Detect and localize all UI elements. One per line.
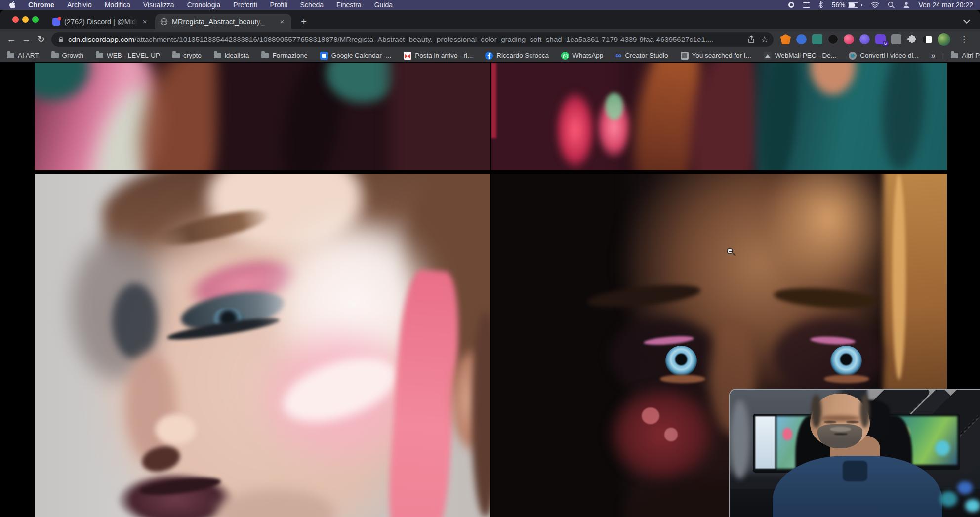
bookmark-whatsapp[interactable]: WhatsApp bbox=[561, 52, 603, 60]
menu-item-finestra[interactable]: Finestra bbox=[336, 1, 362, 9]
google-calendar-icon bbox=[320, 52, 328, 60]
black-circle-extension-icon[interactable] bbox=[828, 34, 838, 44]
tab-close-icon[interactable]: × bbox=[278, 17, 286, 26]
user-switch-icon[interactable] bbox=[903, 1, 910, 8]
facebook-icon bbox=[485, 52, 493, 60]
tab-search-chevron-icon[interactable] bbox=[964, 18, 969, 23]
window-close-button[interactable] bbox=[12, 16, 19, 23]
extension-badge: 6 bbox=[883, 41, 888, 46]
folder-icon bbox=[7, 53, 14, 58]
menu-item-preferiti[interactable]: Preferiti bbox=[233, 1, 257, 9]
site-icon bbox=[849, 52, 857, 60]
globe-icon bbox=[160, 18, 168, 26]
blue-extension-icon[interactable] bbox=[796, 34, 807, 44]
webcam-overlay bbox=[729, 389, 980, 517]
bookmark-idealista[interactable]: idealista bbox=[214, 52, 249, 59]
whatsapp-icon bbox=[561, 52, 569, 60]
bookmark-creator-studio[interactable]: ∞Creator Studio bbox=[615, 52, 668, 60]
purple-extension-icon[interactable] bbox=[859, 34, 870, 44]
folder-icon bbox=[261, 53, 269, 58]
menu-item-visualizza[interactable]: Visualizza bbox=[143, 1, 174, 9]
bookmark-label: crypto bbox=[183, 52, 202, 59]
tab-discord[interactable]: (2762) Discord | @Midjourney × bbox=[47, 14, 153, 29]
bookmark-facebook[interactable]: Riccardo Scrocca bbox=[485, 52, 549, 60]
bookmark-growth[interactable]: Growth bbox=[51, 52, 84, 59]
bluetooth-icon[interactable] bbox=[818, 1, 823, 8]
bookmark-formazione[interactable]: Formazione bbox=[261, 52, 307, 59]
share-icon[interactable] bbox=[748, 35, 755, 43]
reload-button[interactable]: ↻ bbox=[34, 32, 48, 47]
menu-item-guida[interactable]: Guida bbox=[374, 1, 393, 9]
other-bookmarks-folder[interactable]: Altri Preferiti bbox=[951, 52, 980, 59]
bookmark-label: Riccardo Scrocca bbox=[496, 52, 549, 59]
battery-indicator[interactable]: 56% bbox=[831, 1, 862, 9]
bookmark-ai-art[interactable]: AI ART bbox=[7, 52, 39, 59]
menu-item-chrome[interactable]: Chrome bbox=[28, 1, 54, 9]
macos-menu-bar: Chrome Archivio Modifica Visualizza Cron… bbox=[0, 0, 980, 10]
extensions-row: 6 ⋮ bbox=[780, 33, 974, 46]
bookmark-crypto[interactable]: crypto bbox=[172, 52, 202, 59]
bookmark-label: Creator Studio bbox=[625, 52, 668, 59]
chrome-menu-kebab-icon[interactable]: ⋮ bbox=[956, 34, 974, 44]
menu-item-cronologia[interactable]: Cronologia bbox=[187, 1, 221, 9]
bookmark-you-searched[interactable]: You searched for I... bbox=[681, 52, 751, 60]
bookmark-star-icon[interactable]: ☆ bbox=[761, 34, 769, 45]
search-icon[interactable] bbox=[888, 1, 895, 8]
divider: | bbox=[942, 52, 944, 59]
bookmark-label: WhatsApp bbox=[572, 52, 603, 59]
address-bar[interactable]: cdn.discordapp.com/attachments/101351233… bbox=[51, 32, 774, 47]
lock-icon[interactable] bbox=[58, 36, 64, 43]
tab-close-icon[interactable]: × bbox=[141, 17, 148, 26]
attachment-image-top-right[interactable] bbox=[491, 63, 947, 170]
window-zoom-button[interactable] bbox=[32, 16, 39, 23]
menu-item-scheda[interactable]: Scheda bbox=[300, 1, 324, 9]
bookmarks-bar: AI ART Growth WEB - LEVEL-UP crypto idea… bbox=[0, 49, 980, 62]
presenter-mouth bbox=[834, 433, 848, 435]
metamask-extension-icon[interactable] bbox=[780, 34, 791, 44]
back-button[interactable]: ← bbox=[4, 32, 19, 47]
teal-n-extension-icon[interactable] bbox=[812, 34, 822, 44]
record-status-icon[interactable] bbox=[788, 2, 794, 8]
battery-icon bbox=[848, 2, 858, 8]
bookmark-google-calendar[interactable]: Google Calendar -... bbox=[320, 52, 392, 60]
window-minimize-button[interactable] bbox=[22, 16, 29, 23]
apple-logo-icon[interactable] bbox=[9, 1, 15, 9]
browser-toolbar: ← → ↻ cdn.discordapp.com/attachments/101… bbox=[0, 29, 980, 49]
forward-button[interactable]: → bbox=[19, 32, 34, 47]
side-panel-icon[interactable] bbox=[922, 35, 932, 44]
menu-item-profili[interactable]: Profili bbox=[270, 1, 287, 9]
menu-item-modifica[interactable]: Modifica bbox=[105, 1, 130, 9]
bookmark-converti-video[interactable]: Converti i video di... bbox=[849, 52, 919, 60]
bookmark-label: idealista bbox=[225, 52, 249, 59]
menu-item-archivio[interactable]: Archivio bbox=[67, 1, 92, 9]
meta-infinity-icon: ∞ bbox=[615, 52, 621, 60]
purple-badged-extension-icon[interactable]: 6 bbox=[875, 34, 886, 44]
gray-extension-icon[interactable] bbox=[891, 34, 901, 44]
bookmark-label: Google Calendar -... bbox=[331, 52, 392, 59]
new-tab-button[interactable]: + bbox=[297, 15, 310, 28]
extensions-puzzle-icon[interactable] bbox=[907, 35, 917, 44]
profile-avatar[interactable] bbox=[938, 33, 950, 46]
menu-bar-clock[interactable]: Ven 24 mar 20:22 bbox=[918, 1, 973, 9]
bookmark-webmail-pec[interactable]: WebMail PEC - De... bbox=[764, 52, 836, 60]
bookmarks-overflow-chevron[interactable]: » bbox=[931, 51, 936, 60]
screen-mirroring-icon[interactable] bbox=[803, 2, 810, 8]
attachment-image-top-left[interactable] bbox=[35, 63, 490, 170]
folder-icon bbox=[96, 53, 103, 58]
tab-title: MRregista_Abstract_beauty._ bbox=[172, 18, 266, 26]
presenter-eye bbox=[824, 421, 836, 423]
attachment-image-portrait-pink[interactable] bbox=[35, 174, 490, 517]
folder-icon bbox=[51, 53, 59, 58]
wifi-icon[interactable] bbox=[871, 2, 879, 8]
site-icon bbox=[681, 52, 689, 60]
tab-title: (2762) Discord | @Midjourney bbox=[64, 18, 137, 26]
folder-icon bbox=[172, 53, 180, 58]
bookmark-label: Formazione bbox=[272, 52, 307, 59]
bookmark-web-level-up[interactable]: WEB - LEVEL-UP bbox=[96, 52, 160, 59]
bookmark-gmail[interactable]: Posta in arrivo - ri... bbox=[404, 52, 473, 60]
tab-strip: (2762) Discord | @Midjourney × MRregista… bbox=[0, 10, 980, 29]
url-path: /attachments/1013512335442333816/1088905… bbox=[134, 35, 713, 43]
page-content bbox=[0, 63, 980, 517]
pink-key-extension-icon[interactable] bbox=[844, 34, 854, 44]
tab-attachment[interactable]: MRregista_Abstract_beauty._ × bbox=[155, 14, 291, 29]
